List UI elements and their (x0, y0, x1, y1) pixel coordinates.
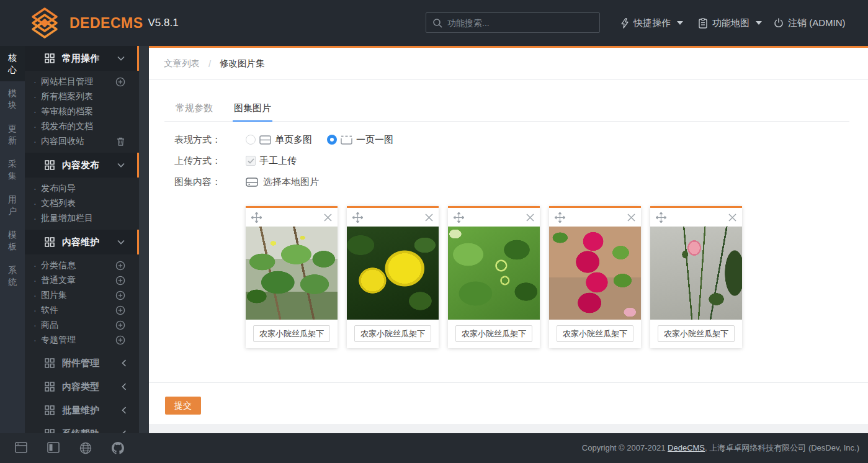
caption-input[interactable] (557, 325, 633, 342)
grid-icon (45, 382, 55, 392)
quick-actions-menu[interactable]: 快捷操作 (620, 0, 683, 46)
pick-local-images-button[interactable]: 选择本地图片 (246, 176, 319, 188)
bullet: · (34, 261, 37, 271)
logout-label: 注销 (ADMIN) (788, 17, 846, 29)
option-label-multi[interactable]: 单页多图 (275, 134, 312, 146)
sidebar-item-topic-manage[interactable]: ·专题管理 (25, 333, 139, 348)
caption-input[interactable] (658, 325, 735, 342)
plus-circle-icon[interactable] (115, 276, 125, 285)
item-label: 图片集 (41, 290, 67, 301)
caption-input[interactable] (354, 325, 431, 342)
sidebar-item-batch-add-columns[interactable]: ·批量增加栏目 (25, 211, 139, 226)
pick-button-label: 选择本地图片 (263, 176, 319, 188)
section-attachment-manage[interactable]: 附件管理 (25, 351, 139, 375)
rail-item-update[interactable]: 更新 (0, 117, 25, 152)
move-handle-icon[interactable] (656, 212, 666, 223)
sidebar-item-pending-archives[interactable]: ·等审核的档案 (25, 104, 139, 119)
caption-input[interactable] (253, 325, 330, 342)
sidebar-item-publish-wizard[interactable]: ·发布向导 (25, 181, 139, 196)
item-label: 商品 (41, 320, 58, 331)
sidebar-item-all-archives[interactable]: ·所有档案列表 (25, 89, 139, 104)
sidebar-item-products[interactable]: ·商品 (25, 318, 139, 333)
function-search[interactable] (426, 12, 600, 33)
plus-circle-icon[interactable] (115, 320, 125, 330)
sidebar-item-site-columns[interactable]: ·网站栏目管理 (25, 74, 139, 89)
sidebar-item-classified-info[interactable]: ·分类信息 (25, 258, 139, 273)
grid-icon (45, 405, 55, 415)
close-icon[interactable] (526, 214, 534, 222)
radio-multi-per-page[interactable] (246, 135, 256, 145)
gallery-photo-vine-tendrils (448, 227, 540, 320)
sidebar-item-my-documents[interactable]: ·我发布的文档 (25, 119, 139, 134)
section-common-operations[interactable]: 常用操作 (25, 46, 139, 71)
close-icon[interactable] (627, 214, 635, 222)
plus-circle-icon[interactable] (115, 305, 125, 315)
function-map-menu[interactable]: 功能地图 (698, 0, 762, 46)
chevron-left-icon (122, 407, 127, 414)
move-handle-icon[interactable] (454, 212, 464, 223)
move-handle-icon[interactable] (352, 212, 363, 223)
checkbox-label[interactable]: 手工上传 (259, 155, 297, 167)
tab-bar: 常规参数 图集图片 (164, 80, 849, 122)
lightning-icon (620, 18, 629, 29)
rail-item-system[interactable]: 系统 (0, 258, 25, 294)
close-icon[interactable] (425, 214, 433, 222)
logout-menu[interactable]: 注销 (ADMIN) (774, 0, 846, 46)
sidebar-item-software[interactable]: ·软件 (25, 303, 139, 318)
section-batch-maintain[interactable]: 批量维护 (25, 398, 139, 422)
gallery-card (650, 206, 742, 348)
item-label: 批量增加栏目 (41, 213, 93, 224)
tab-gallery-images[interactable]: 图集图片 (233, 97, 272, 122)
rail-label: 模块 (8, 88, 17, 111)
rail-item-modules[interactable]: 模块 (0, 81, 25, 117)
close-icon[interactable] (728, 214, 736, 222)
footer: Copyright © 2007-2021 DedeCMS, 上海卓卓网络科技有… (0, 433, 868, 463)
checkbox-manual-upload[interactable] (246, 156, 256, 166)
section-content-type[interactable]: 内容类型 (25, 375, 139, 398)
function-map-label: 功能地图 (712, 17, 749, 29)
plus-circle-icon[interactable] (115, 335, 125, 345)
move-handle-icon[interactable] (555, 212, 565, 223)
tab-general-params[interactable]: 常规参数 (174, 97, 214, 121)
sidebar-item-normal-article[interactable]: ·普通文章 (25, 273, 139, 288)
close-icon[interactable] (324, 214, 332, 222)
submit-button[interactable]: 提交 (165, 397, 201, 415)
bullet: · (34, 320, 37, 330)
rail-item-core[interactable]: 核心 (0, 46, 25, 81)
sidebar-item-image-gallery[interactable]: ·图片集 (25, 288, 139, 303)
sidebar-item-document-list[interactable]: ·文档列表 (25, 196, 139, 211)
trash-icon[interactable] (116, 137, 125, 146)
globe-icon[interactable] (79, 442, 92, 454)
dedecms-link[interactable]: DedeCMS (668, 443, 705, 452)
sidebar-item-recycle-bin[interactable]: ·内容回收站 (25, 134, 139, 149)
caption-input[interactable] (455, 325, 532, 342)
upload-mode-row: 上传方式： 手工上传 (149, 150, 868, 171)
option-label-single[interactable]: 一页一图 (356, 134, 393, 146)
move-handle-icon[interactable] (251, 212, 262, 223)
sidebar-layout-icon[interactable] (47, 442, 60, 453)
section-content-maintain[interactable]: 内容维护 (25, 230, 139, 254)
gallery-photo-hollyhock (549, 227, 641, 320)
section-system-help[interactable]: 系统帮助 (25, 422, 139, 433)
breadcrumb-parent[interactable]: 文章列表 (164, 58, 200, 70)
rail-item-users[interactable]: 用户 (0, 187, 25, 223)
search-input[interactable] (447, 18, 593, 28)
rail-item-templates[interactable]: 模板 (0, 223, 25, 258)
rail-label: 核心 (8, 52, 17, 76)
github-icon[interactable] (112, 442, 124, 454)
rail-item-collect[interactable]: 采集 (0, 152, 25, 187)
breadcrumb: 文章列表 / 修改图片集 (149, 48, 868, 80)
radio-one-per-page[interactable] (327, 135, 337, 145)
chevron-down-icon (117, 56, 125, 61)
plus-circle-icon[interactable] (115, 77, 125, 87)
drive-icon (246, 178, 258, 187)
split-page-icon (259, 135, 271, 145)
sidebar-scrollbar[interactable] (139, 46, 149, 433)
bullet: · (34, 290, 37, 300)
item-label: 等审核的档案 (41, 106, 93, 117)
plus-circle-icon[interactable] (115, 261, 125, 271)
chevron-down-icon (756, 21, 762, 25)
browser-window-icon[interactable] (15, 442, 27, 453)
section-content-publish[interactable]: 内容发布 (25, 153, 139, 178)
plus-circle-icon[interactable] (115, 290, 125, 300)
